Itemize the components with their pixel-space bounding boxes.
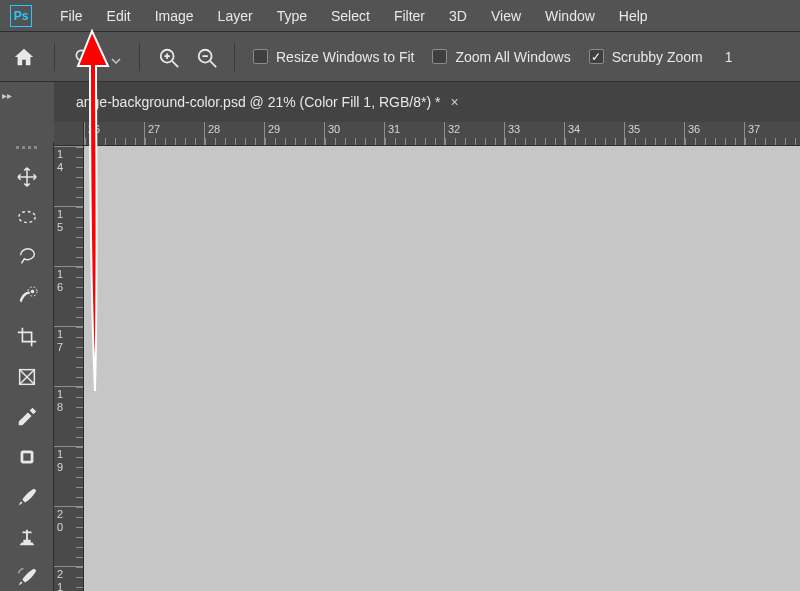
horizontal-ruler[interactable]: 26 27 28 29 30 31 32 33 34 35 36 37 38 <box>84 122 800 146</box>
scrubby-zoom-label: Scrubby Zoom <box>612 49 703 65</box>
svg-point-10 <box>30 290 34 294</box>
zoom-out-icon[interactable] <box>196 47 216 67</box>
ruler-origin[interactable] <box>54 122 84 146</box>
options-bar: Resize Windows to Fit Zoom All Windows S… <box>0 32 800 82</box>
checkbox-icon <box>253 49 268 64</box>
ruler-tick: 8 <box>57 401 63 413</box>
svg-line-1 <box>86 59 91 64</box>
ruler-tick: 33 <box>508 123 520 135</box>
ruler-tick: 4 <box>57 161 63 173</box>
menu-view[interactable]: View <box>479 4 533 28</box>
ruler-tick: 36 <box>688 123 700 135</box>
ruler-tick: 1 <box>57 148 63 160</box>
svg-line-7 <box>210 61 216 67</box>
ruler-tick: 5 <box>57 221 63 233</box>
resize-windows-label: Resize Windows to Fit <box>276 49 414 65</box>
zoom-all-checkbox[interactable]: Zoom All Windows <box>432 49 570 65</box>
menu-filter[interactable]: Filter <box>382 4 437 28</box>
marquee-tool-icon[interactable] <box>14 204 40 230</box>
ruler-tick: 29 <box>268 123 280 135</box>
menu-layer[interactable]: Layer <box>206 4 265 28</box>
move-tool-icon[interactable] <box>14 164 40 190</box>
ruler-tick: 0 <box>57 521 63 533</box>
brush-tool-icon[interactable] <box>14 484 40 510</box>
ruler-tick: 30 <box>328 123 340 135</box>
menubar: Ps File Edit Image Layer Type Select Fil… <box>0 0 800 32</box>
toolbar-grip-icon[interactable] <box>12 146 42 150</box>
ruler-tick: 1 <box>57 448 63 460</box>
divider <box>139 43 140 71</box>
ruler-tick: 35 <box>628 123 640 135</box>
menu-help[interactable]: Help <box>607 4 660 28</box>
scrubby-zoom-checkbox[interactable]: Scrubby Zoom <box>589 49 703 65</box>
close-icon[interactable]: × <box>450 94 458 110</box>
svg-line-3 <box>172 61 178 67</box>
trailing-value[interactable]: 1 <box>725 49 733 65</box>
healing-brush-tool-icon[interactable] <box>14 444 40 470</box>
canvas[interactable] <box>84 146 800 591</box>
menu-edit[interactable]: Edit <box>95 4 143 28</box>
divider <box>54 43 55 71</box>
ruler-tick: 9 <box>57 461 63 473</box>
zoom-tool-preset-icon[interactable] <box>73 47 93 67</box>
crop-tool-icon[interactable] <box>14 324 40 350</box>
ruler-tick: 37 <box>748 123 760 135</box>
divider <box>234 43 235 71</box>
ruler-tick: 1 <box>57 388 63 400</box>
chevron-down-icon[interactable] <box>111 52 121 62</box>
menu-image[interactable]: Image <box>143 4 206 28</box>
document-tab-title: ange-background-color.psd @ 21% (Color F… <box>76 94 440 110</box>
checkbox-checked-icon <box>589 49 604 64</box>
frame-tool-icon[interactable] <box>14 364 40 390</box>
menu-type[interactable]: Type <box>265 4 319 28</box>
home-icon[interactable] <box>12 46 36 68</box>
menu-select[interactable]: Select <box>319 4 382 28</box>
ruler-tick: 7 <box>57 341 63 353</box>
svg-point-9 <box>18 212 35 223</box>
menu-file[interactable]: File <box>48 4 95 28</box>
ruler-tick: 6 <box>57 281 63 293</box>
collapsed-panel-handle-icon[interactable]: ▸▸ <box>2 90 14 101</box>
quick-select-tool-icon[interactable] <box>14 284 40 310</box>
photoshop-logo-icon: Ps <box>10 5 32 27</box>
tools-panel <box>0 142 54 591</box>
zoom-in-icon[interactable] <box>158 47 178 67</box>
lasso-tool-icon[interactable] <box>14 244 40 270</box>
ruler-tick: 1 <box>57 581 63 591</box>
resize-windows-checkbox[interactable]: Resize Windows to Fit <box>253 49 414 65</box>
ruler-tick: 2 <box>57 568 63 580</box>
ruler-tick: 1 <box>57 268 63 280</box>
ruler-tick: 27 <box>148 123 160 135</box>
ruler-tick: 31 <box>388 123 400 135</box>
svg-point-0 <box>76 50 86 60</box>
menu-3d[interactable]: 3D <box>437 4 479 28</box>
document-tab[interactable]: ange-background-color.psd @ 21% (Color F… <box>76 94 459 110</box>
eyedropper-tool-icon[interactable] <box>14 404 40 430</box>
ruler-tick: 28 <box>208 123 220 135</box>
ruler-tick: 1 <box>57 208 63 220</box>
document-tabbar: ange-background-color.psd @ 21% (Color F… <box>54 82 800 122</box>
vertical-ruler[interactable]: 14 15 16 17 18 19 20 21 <box>54 146 84 591</box>
ruler-tick: 1 <box>57 328 63 340</box>
ruler-tick: 34 <box>568 123 580 135</box>
history-brush-tool-icon[interactable] <box>14 564 40 590</box>
menu-window[interactable]: Window <box>533 4 607 28</box>
ruler-tick: 32 <box>448 123 460 135</box>
ruler-tick: 2 <box>57 508 63 520</box>
ruler-tick: 26 <box>88 123 100 135</box>
checkbox-icon <box>432 49 447 64</box>
zoom-all-label: Zoom All Windows <box>455 49 570 65</box>
clone-stamp-tool-icon[interactable] <box>14 524 40 550</box>
